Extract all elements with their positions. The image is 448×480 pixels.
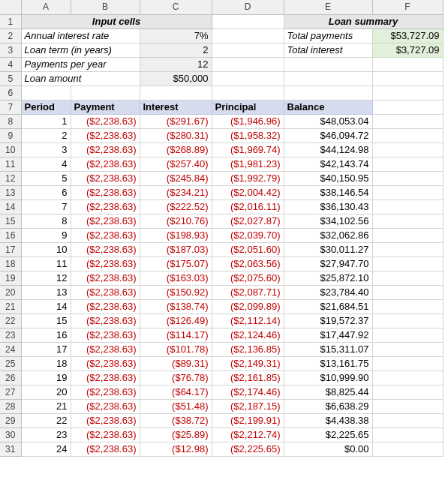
period-cell[interactable]: 17 [21, 342, 71, 356]
row-header[interactable]: 11 [0, 157, 21, 171]
period-cell[interactable]: 10 [21, 242, 71, 256]
col-header[interactable]: C [140, 0, 212, 14]
row-header[interactable]: 29 [0, 413, 21, 428]
balance-cell[interactable]: $23,784.40 [284, 285, 372, 299]
interest-cell[interactable]: ($268.89) [140, 142, 212, 157]
payment-cell[interactable]: ($2,238.63) [71, 271, 140, 285]
principal-cell[interactable]: ($2,087.71) [212, 285, 284, 299]
cell[interactable] [284, 86, 372, 100]
balance-cell[interactable]: $15,311.07 [284, 342, 372, 356]
interest-cell[interactable]: ($175.07) [140, 256, 212, 271]
payment-cell[interactable]: ($2,238.63) [71, 285, 140, 299]
cell[interactable] [372, 200, 443, 214]
balance-cell[interactable]: $44,124.98 [284, 142, 372, 157]
period-cell[interactable]: 12 [21, 271, 71, 285]
balance-cell[interactable]: $34,102.56 [284, 214, 372, 228]
cell[interactable] [71, 86, 140, 100]
total-interest-value[interactable]: $3,727.09 [372, 43, 443, 57]
row-header[interactable]: 28 [0, 399, 21, 413]
col-header[interactable]: F [372, 0, 443, 14]
cell[interactable] [284, 57, 372, 71]
payment-cell[interactable]: ($2,238.63) [71, 328, 140, 342]
interest-cell[interactable]: ($138.74) [140, 299, 212, 314]
payment-cell[interactable]: ($2,238.63) [71, 228, 140, 242]
interest-cell[interactable]: ($163.03) [140, 271, 212, 285]
interest-cell[interactable]: ($150.92) [140, 285, 212, 299]
period-cell[interactable]: 24 [21, 442, 71, 456]
principal-cell[interactable]: ($2,075.60) [212, 271, 284, 285]
principal-cell[interactable]: ($2,174.46) [212, 385, 284, 399]
payment-cell[interactable]: ($2,238.63) [71, 171, 140, 185]
interest-cell[interactable]: ($198.93) [140, 228, 212, 242]
cell[interactable] [372, 57, 443, 71]
balance-cell[interactable]: $10,999.90 [284, 370, 372, 385]
period-cell[interactable]: 22 [21, 413, 71, 428]
payment-cell[interactable]: ($2,238.63) [71, 442, 140, 456]
interest-cell[interactable]: ($114.17) [140, 328, 212, 342]
cell[interactable] [372, 157, 443, 171]
cell[interactable] [372, 214, 443, 228]
row-header[interactable]: 3 [0, 43, 21, 57]
principal-cell[interactable]: ($2,027.87) [212, 214, 284, 228]
interest-cell[interactable]: ($210.76) [140, 214, 212, 228]
interest-cell[interactable]: ($64.17) [140, 385, 212, 399]
principal-cell[interactable]: ($2,187.15) [212, 399, 284, 413]
interest-cell[interactable]: ($187.03) [140, 242, 212, 256]
cell[interactable] [372, 185, 443, 200]
col-header[interactable]: A [21, 0, 71, 14]
row-header[interactable]: 15 [0, 214, 21, 228]
principal-cell[interactable]: ($1,946.96) [212, 114, 284, 128]
cell[interactable] [372, 399, 443, 413]
principal-cell[interactable]: ($2,149.31) [212, 356, 284, 370]
period-cell[interactable]: 20 [21, 385, 71, 399]
principal-cell[interactable]: ($1,958.32) [212, 128, 284, 142]
period-cell[interactable]: 3 [21, 142, 71, 157]
cell[interactable] [372, 228, 443, 242]
period-cell[interactable]: 4 [21, 157, 71, 171]
period-cell[interactable]: 13 [21, 285, 71, 299]
principal-cell[interactable]: ($2,063.56) [212, 256, 284, 271]
interest-cell[interactable]: ($25.89) [140, 428, 212, 442]
balance-cell[interactable]: $40,150.95 [284, 171, 372, 185]
payment-cell[interactable]: ($2,238.63) [71, 114, 140, 128]
cell[interactable] [372, 171, 443, 185]
principal-cell[interactable]: ($2,161.85) [212, 370, 284, 385]
col-header[interactable]: E [284, 0, 372, 14]
row-header[interactable]: 8 [0, 114, 21, 128]
cell[interactable] [372, 142, 443, 157]
period-cell[interactable]: 21 [21, 399, 71, 413]
payment-cell[interactable]: ($2,238.63) [71, 356, 140, 370]
row-header[interactable]: 4 [0, 57, 21, 71]
principal-cell[interactable]: ($2,099.89) [212, 299, 284, 314]
payment-cell[interactable]: ($2,238.63) [71, 142, 140, 157]
period-cell[interactable]: 5 [21, 171, 71, 185]
principal-cell[interactable]: ($2,112.14) [212, 314, 284, 328]
balance-cell[interactable]: $36,130.43 [284, 200, 372, 214]
payment-cell[interactable]: ($2,238.63) [71, 242, 140, 256]
principal-cell[interactable]: ($2,051.60) [212, 242, 284, 256]
principal-cell[interactable]: ($2,016.11) [212, 200, 284, 214]
row-header[interactable]: 10 [0, 142, 21, 157]
row-header[interactable]: 14 [0, 200, 21, 214]
col-header[interactable]: D [212, 0, 284, 14]
payment-cell[interactable]: ($2,238.63) [71, 256, 140, 271]
period-cell[interactable]: 9 [21, 228, 71, 242]
ppy-value[interactable]: 12 [140, 57, 212, 71]
cell[interactable] [372, 342, 443, 356]
balance-cell[interactable]: $2,225.65 [284, 428, 372, 442]
principal-cell[interactable]: ($2,039.70) [212, 228, 284, 242]
balance-cell[interactable]: $13,161.75 [284, 356, 372, 370]
payment-cell[interactable]: ($2,238.63) [71, 342, 140, 356]
row-header[interactable]: 13 [0, 185, 21, 200]
payment-cell[interactable]: ($2,238.63) [71, 185, 140, 200]
cell[interactable] [372, 385, 443, 399]
period-cell[interactable]: 1 [21, 114, 71, 128]
cell[interactable] [212, 57, 284, 71]
cell[interactable] [372, 370, 443, 385]
row-header[interactable]: 27 [0, 385, 21, 399]
interest-cell[interactable]: ($101.78) [140, 342, 212, 356]
principal-cell[interactable]: ($2,212.74) [212, 428, 284, 442]
row-header[interactable]: 17 [0, 242, 21, 256]
period-cell[interactable]: 8 [21, 214, 71, 228]
row-header[interactable]: 21 [0, 299, 21, 314]
